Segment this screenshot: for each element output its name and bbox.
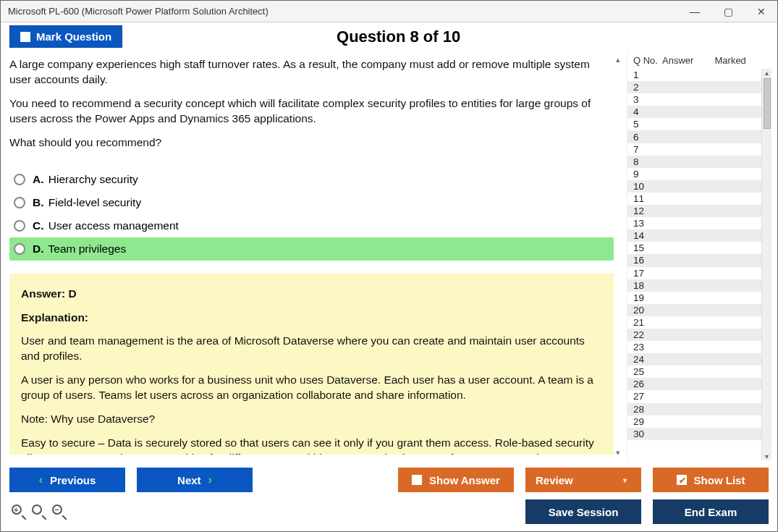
explanation-label: Explanation: [21,311,602,326]
question-list-row[interactable]: 14 [627,229,761,242]
scroll-up-icon[interactable]: ▴ [616,55,620,64]
question-list-row[interactable]: 24 [627,353,761,366]
end-exam-button[interactable]: End Exam [653,499,769,524]
question-list-panel: Q No. Answer Marked 12345678910111213141… [627,52,771,460]
question-list-row[interactable]: 20 [627,304,761,316]
zoom-out-icon[interactable]: − [51,504,67,520]
question-list-row[interactable]: 7 [627,143,761,156]
question-number: 28 [633,404,662,415]
footer-row-2: + − Save Session End Exam [1,497,777,531]
question-list-row[interactable]: 4 [627,106,761,118]
question-number: 25 [633,366,662,377]
question-list-row[interactable]: 29 [627,415,761,428]
radio-icon [14,220,25,232]
question-list-row[interactable]: 3 [627,93,761,106]
scrollbar-thumb[interactable] [764,78,771,129]
close-button[interactable]: ✕ [750,4,773,20]
previous-label: Previous [50,474,96,486]
question-list-header: Q No. Answer Marked [627,52,771,69]
question-list-row[interactable]: 27 [627,390,761,402]
question-list-row[interactable]: 8 [627,156,761,168]
col-marked: Marked [715,55,768,66]
save-session-button[interactable]: Save Session [525,499,641,524]
maximize-button[interactable]: ▢ [716,4,740,20]
question-text: A large company experiences high staff t… [9,53,614,165]
chevron-down-icon: ▾ [623,476,627,484]
question-list-row[interactable]: 21 [627,316,761,329]
question-number: 1 [633,69,662,80]
question-number: 22 [633,329,662,340]
show-answer-button[interactable]: Show Answer [398,468,514,492]
question-list-row[interactable]: 2 [627,81,761,93]
question-number: 6 [633,132,662,143]
question-number: 23 [633,342,662,352]
option-letter: A. [33,173,44,185]
question-list-row[interactable]: 1 [627,69,761,81]
question-number: 8 [633,156,662,167]
review-dropdown[interactable]: Review ▾ [525,468,641,492]
main-scroll-arrows: ▴ ▾ [614,52,622,460]
question-list-row[interactable]: 26 [627,378,761,390]
question-list-row[interactable]: 15 [627,242,761,254]
explanation-paragraph: A user is any person who works for a bus… [21,373,602,403]
question-number: 12 [633,206,662,216]
question-list-row[interactable]: 18 [627,279,761,292]
answer-heading: Answer: D [21,287,602,302]
radio-icon [14,243,25,255]
question-list-row[interactable]: 19 [627,292,761,304]
zoom-in-icon[interactable]: + [11,504,27,520]
question-list-row[interactable]: 25 [627,366,761,378]
footer-row-1: ‹ Previous Next › Show Answer Review ▾ S… [1,460,777,497]
sidebar-scrollbar[interactable]: ▴ ▾ [761,69,771,460]
question-list-row[interactable]: 17 [627,267,761,279]
question-paragraph: What should you recommend? [9,135,609,151]
question-list: 1234567891011121314151617181920212223242… [627,69,761,460]
option-letter: D. [33,242,44,255]
radio-icon [14,174,25,185]
question-number: 10 [633,181,662,192]
option-d[interactable]: D. Team privileges [9,237,614,261]
chevron-left-icon: ‹ [39,473,43,486]
question-list-row[interactable]: 16 [627,254,761,266]
window-title: Microsoft PL-600 (Microsoft Power Platfo… [8,6,269,17]
explanation-paragraph: Easy to secure – Data is securely stored… [21,436,602,455]
question-list-row[interactable]: 13 [627,217,761,229]
question-list-row[interactable]: 10 [627,180,761,193]
window-buttons: — ▢ ✕ [683,4,773,20]
scroll-down-icon[interactable]: ▾ [616,448,620,457]
radio-icon [14,197,25,208]
option-a[interactable]: A. Hierarchy security [9,168,614,191]
mark-question-button[interactable]: Mark Question [9,25,122,48]
next-button[interactable]: Next › [137,468,253,492]
scroll-down-icon[interactable]: ▾ [765,452,769,460]
option-letter: B. [33,196,44,208]
question-list-row[interactable]: 9 [627,168,761,180]
question-list-row[interactable]: 11 [627,193,761,205]
zoom-reset-icon[interactable] [31,504,47,520]
previous-button[interactable]: ‹ Previous [9,468,125,492]
scroll-up-icon[interactable]: ▴ [765,69,769,77]
chevron-right-icon: › [208,473,212,486]
question-number: 5 [633,119,662,130]
explanation-paragraph: User and team management is the area of … [21,334,602,364]
option-c[interactable]: C. User access management [9,214,614,237]
question-number: 7 [633,144,662,155]
mark-question-label: Mark Question [36,30,111,43]
options-list: A. Hierarchy security B. Field-level sec… [9,168,614,261]
show-list-label: Show List [694,474,745,486]
option-text: User access management [48,219,179,232]
question-number: 30 [633,428,662,439]
show-list-button[interactable]: Show List [653,468,769,492]
question-list-row[interactable]: 28 [627,403,761,415]
question-list-row[interactable]: 23 [627,341,761,353]
question-list-row[interactable]: 22 [627,329,761,341]
minimize-button[interactable]: — [683,4,706,20]
question-list-row[interactable]: 6 [627,130,761,143]
question-list-row[interactable]: 12 [627,205,761,217]
question-list-row[interactable]: 5 [627,118,761,130]
question-list-row[interactable]: 30 [627,428,761,440]
option-b[interactable]: B. Field-level security [9,191,614,214]
question-number: 11 [633,193,662,204]
question-counter-title: Question 8 of 10 [122,28,675,46]
question-number: 14 [633,230,662,241]
